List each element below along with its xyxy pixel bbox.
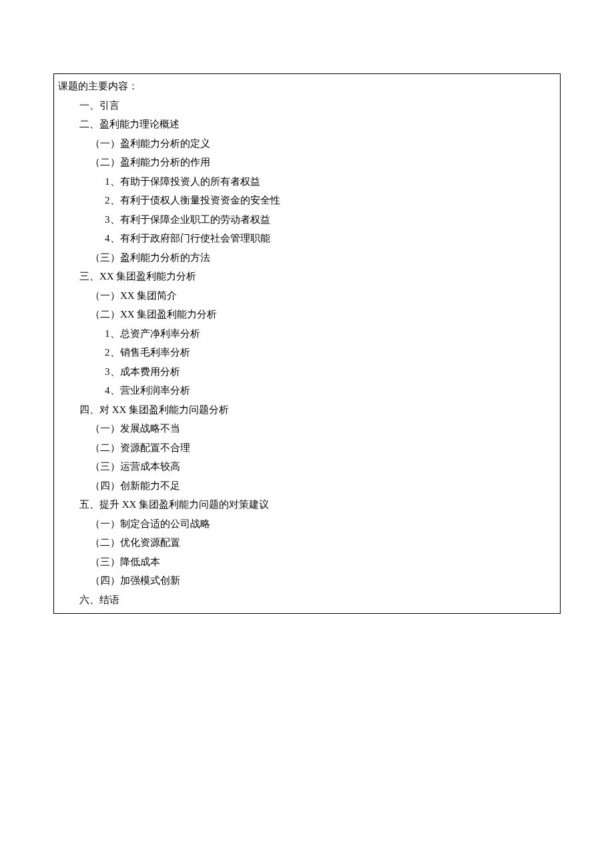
outline-item: （三）降低成本 [90, 552, 556, 572]
outline-body: 一、引言二、盈利能力理论概述（一）盈利能力分析的定义（二）盈利能力分析的作用1、… [58, 96, 556, 610]
outline-item: （二）盈利能力分析的作用 [90, 153, 556, 172]
outline-item: （一）盈利能力分析的定义 [90, 134, 556, 153]
outline-item: 4、有利于政府部门行使社会管理职能 [105, 229, 556, 248]
outline-item: （一）制定合适的公司战略 [90, 514, 556, 534]
outline-item: 三、XX 集团盈利能力分析 [79, 267, 556, 286]
outline-item: 3、成本费用分析 [105, 362, 556, 382]
outline-item: 4、营业利润率分析 [105, 381, 556, 400]
outline-item: 2、销售毛利率分析 [105, 343, 556, 362]
outline-item: （三）运营成本较高 [90, 457, 556, 476]
outline-item: （二）优化资源配置 [90, 533, 556, 552]
outline-item: 二、盈利能力理论概述 [79, 115, 556, 134]
outline-item: 一、引言 [79, 96, 556, 115]
outline-item: 五、提升 XX 集团盈利能力问题的对策建议 [79, 495, 556, 514]
outline-item: （一）XX 集团简介 [90, 286, 556, 306]
outline-item: 2、有利于债权人衡量投资资金的安全性 [105, 191, 556, 210]
outline-container: 课题的主要内容： 一、引言二、盈利能力理论概述（一）盈利能力分析的定义（二）盈利… [53, 73, 561, 614]
outline-item: 六、结语 [79, 590, 556, 610]
outline-item: （二）XX 集团盈利能力分析 [90, 305, 556, 324]
outline-item: （四）加强模式创新 [90, 571, 556, 590]
outline-item: （二）资源配置不合理 [90, 438, 556, 458]
outline-item: （三）盈利能力分析的方法 [90, 248, 556, 268]
outline-item: 1、总资产净利率分析 [105, 324, 556, 344]
outline-item: 四、对 XX 集团盈利能力问题分析 [79, 400, 556, 420]
outline-item: 1、有助于保障投资人的所有者权益 [105, 172, 556, 191]
outline-item: （一）发展战略不当 [90, 419, 556, 438]
outline-item: 3、有利于保障企业职工的劳动者权益 [105, 210, 556, 230]
outline-item: （四）创新能力不足 [90, 476, 556, 496]
outline-heading: 课题的主要内容： [58, 77, 556, 96]
